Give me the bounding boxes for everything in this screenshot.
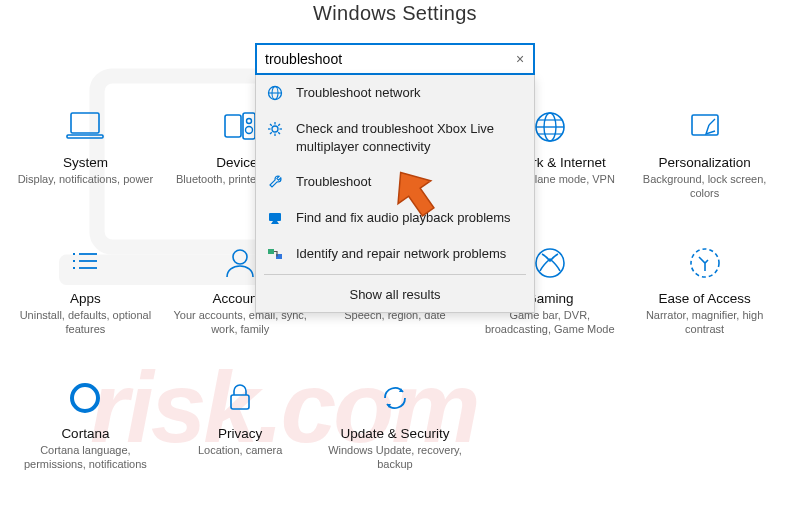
svg-point-37 bbox=[233, 250, 247, 264]
result-label: Find and fix audio playback problems bbox=[296, 209, 524, 227]
svg-rect-14 bbox=[269, 213, 281, 221]
result-troubleshoot-network[interactable]: Troubleshoot network bbox=[256, 75, 534, 111]
svg-rect-18 bbox=[67, 135, 103, 138]
ease-of-access-icon bbox=[635, 241, 774, 285]
gear-icon bbox=[266, 120, 284, 138]
clear-icon[interactable]: × bbox=[511, 51, 529, 67]
svg-point-42 bbox=[72, 385, 98, 411]
tile-desc: Uninstall, defaults, optional features bbox=[16, 308, 155, 337]
tile-privacy[interactable]: Privacy Location, camera bbox=[167, 376, 314, 472]
search-container: × Troubleshoot network Check and trouble… bbox=[255, 43, 535, 75]
result-label: Check and troubleshoot Xbox Live multipl… bbox=[296, 120, 524, 155]
svg-point-21 bbox=[247, 119, 252, 124]
svg-line-10 bbox=[270, 124, 272, 126]
svg-rect-17 bbox=[71, 113, 99, 133]
svg-rect-15 bbox=[268, 249, 274, 254]
svg-point-5 bbox=[272, 126, 278, 132]
tile-cortana[interactable]: Cortana Cortana language, permissions, n… bbox=[12, 376, 159, 472]
globe-icon bbox=[266, 84, 284, 102]
svg-point-22 bbox=[246, 127, 253, 134]
result-label: Identify and repair network problems bbox=[296, 245, 524, 263]
list-icon bbox=[16, 241, 155, 285]
show-all-results[interactable]: Show all results bbox=[256, 277, 534, 312]
svg-line-11 bbox=[278, 132, 280, 134]
result-repair-network[interactable]: Identify and repair network problems bbox=[256, 236, 534, 272]
cortana-icon bbox=[16, 376, 155, 420]
tile-desc: Display, notifications, power bbox=[16, 172, 155, 186]
result-troubleshoot[interactable]: Troubleshoot bbox=[256, 164, 534, 200]
tile-system[interactable]: System Display, notifications, power bbox=[12, 105, 159, 201]
tile-desc: Cortana language, permissions, notificat… bbox=[16, 443, 155, 472]
tile-title: Personalization bbox=[635, 155, 774, 170]
result-xbox-connectivity[interactable]: Check and troubleshoot Xbox Live multipl… bbox=[256, 111, 534, 164]
tile-title: Apps bbox=[16, 291, 155, 306]
tile-title: Cortana bbox=[16, 426, 155, 441]
tile-desc: Narrator, magnifier, high contrast bbox=[635, 308, 774, 337]
tile-desc: Windows Update, recovery, backup bbox=[326, 443, 465, 472]
result-audio-problems[interactable]: Find and fix audio playback problems bbox=[256, 200, 534, 236]
search-input[interactable] bbox=[255, 43, 535, 75]
svg-point-40 bbox=[536, 249, 564, 277]
page-title: Windows Settings bbox=[0, 0, 790, 25]
tile-title: Privacy bbox=[171, 426, 310, 441]
svg-rect-43 bbox=[231, 395, 249, 409]
dropdown-divider bbox=[264, 274, 526, 275]
tile-personalization[interactable]: Personalization Background, lock screen,… bbox=[631, 105, 778, 201]
laptop-icon bbox=[16, 105, 155, 149]
lock-icon bbox=[171, 376, 310, 420]
svg-line-13 bbox=[278, 124, 280, 126]
wrench-icon bbox=[266, 173, 284, 191]
network-repair-icon bbox=[266, 245, 284, 263]
tile-title: System bbox=[16, 155, 155, 170]
tile-title: Update & Security bbox=[326, 426, 465, 441]
search-results-dropdown: Troubleshoot network Check and troublesh… bbox=[255, 75, 535, 313]
update-icon bbox=[326, 376, 465, 420]
result-label: Troubleshoot network bbox=[296, 84, 524, 102]
tile-update-security[interactable]: Update & Security Windows Update, recove… bbox=[322, 376, 469, 472]
tile-title: Ease of Access bbox=[635, 291, 774, 306]
tile-desc: Background, lock screen, colors bbox=[635, 172, 774, 201]
paint-icon bbox=[635, 105, 774, 149]
svg-rect-19 bbox=[225, 115, 241, 137]
tile-desc: Location, camera bbox=[171, 443, 310, 457]
audio-icon bbox=[266, 209, 284, 227]
tile-ease-of-access[interactable]: Ease of Access Narrator, magnifier, high… bbox=[631, 241, 778, 337]
tile-apps[interactable]: Apps Uninstall, defaults, optional featu… bbox=[12, 241, 159, 337]
svg-line-12 bbox=[270, 132, 272, 134]
result-label: Troubleshoot bbox=[296, 173, 524, 191]
